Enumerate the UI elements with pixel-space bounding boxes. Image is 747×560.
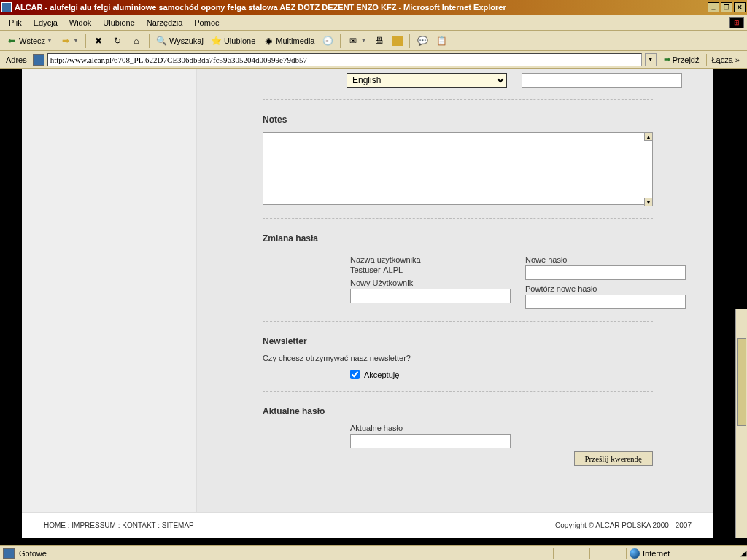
newpass-label: Nowe hasło [525,255,686,264]
stop-button[interactable]: ✖ [90,33,107,49]
newuser-label: Nowy Użytkownik [350,279,511,287]
page: English Notes ▲ ▼ Zmiana hasła Nazwa uż [22,69,713,538]
minimize-button[interactable]: _ [708,2,719,12]
stop-icon: ✖ [93,35,104,47]
arrow-left-icon: ⬅ [6,35,18,47]
back-button[interactable]: ⬅Wstecz▼ [3,33,55,49]
refresh-button[interactable]: ↻ [109,33,126,49]
window-titlebar: ALCAR - alufelgi alu felgi aluminiowe sa… [0,0,747,15]
windows-logo-icon: ⊞ [729,17,744,28]
search-button[interactable]: 🔍Wyszukaj [153,33,206,49]
close-button[interactable]: ✕ [734,2,746,12]
footer-links[interactable]: HOME : IMPRESSUM : KONTAKT : SITEMAP [44,521,194,529]
media-button[interactable]: ◉Multimedia [260,33,317,49]
edit-icon [392,36,403,46]
toolbar: ⬅Wstecz▼ ➡▼ ✖ ↻ ⌂ 🔍Wyszukaj ⭐Ulubione ◉M… [0,31,747,51]
footer-copyright: Copyright © ALCAR POLSKA 2000 - 2007 [555,521,692,529]
accept-checkbox[interactable] [350,370,360,379]
ie-icon [1,2,12,12]
zone-pane: Internet [626,548,735,559]
go-icon: ➡ [664,55,670,64]
resize-grip[interactable]: ◢ [735,548,747,559]
forward-button[interactable]: ➡▼ [57,33,82,49]
divider [263,218,653,219]
addressbar: Adres http://www.alcar.pl/6708_PL.622D7C… [0,51,747,69]
history-icon: 🕘 [322,35,333,47]
favorites-button[interactable]: ⭐Ulubione [208,33,258,49]
newsletter-question: Czy chcesz otrzymywać nasz newsletter? [263,354,653,362]
menu-pomoc[interactable]: Pomoc [188,17,225,28]
home-button[interactable]: ⌂ [128,33,145,49]
vertical-scrollbar[interactable] [735,309,747,538]
status-pane [589,548,626,559]
maximize-button[interactable]: ❐ [721,2,732,12]
links-bar[interactable]: Łącza » [706,54,744,66]
menu-ulubione[interactable]: Ulubione [97,17,140,28]
refresh-icon: ↻ [112,35,123,47]
username-label: Nazwa użytkownika [350,255,511,264]
notes-heading: Notes [263,114,653,125]
repeatpass-input[interactable] [525,295,686,309]
go-button[interactable]: ➡Przejdź [659,53,704,66]
newpass-input[interactable] [525,265,686,280]
currentpass-input[interactable] [350,434,511,448]
password-change-heading: Zmiana hasła [263,233,653,244]
sidebar [22,69,197,512]
menu-plik[interactable]: Plik [3,17,28,28]
currentpass-heading: Aktualne hasło [263,406,653,416]
statusbar: Gotowe Internet ◢ [0,545,747,560]
currentpass-label: Aktualne hasło [350,424,653,432]
main-content: English Notes ▲ ▼ Zmiana hasła Nazwa uż [201,69,711,512]
divider [263,99,653,100]
url-field[interactable]: http://www.alcar.pl/6708_PL.622D7CE306db… [47,53,642,66]
language-select[interactable]: English [347,73,507,88]
scroll-down-icon[interactable]: ▼ [644,198,653,206]
repeatpass-label: Powtórz nowe hasło [525,284,686,293]
scrollbar-thumb[interactable] [737,338,746,426]
discuss-button[interactable]: 💬 [414,33,431,49]
menubar: Plik Edycja Widok Ulubione Narzędzia Pom… [0,15,747,31]
search-icon: 🔍 [156,35,168,47]
status-text: Gotowe [18,549,553,558]
divider [263,321,653,322]
newuser-input[interactable] [350,289,511,303]
submit-button[interactable]: Prześlij kwerendę [574,451,654,466]
mail-button[interactable]: ✉▼ [344,33,369,49]
content-viewport: English Notes ▲ ▼ Zmiana hasła Nazwa uż [0,69,747,538]
menu-narzedzia[interactable]: Narzędzia [141,17,189,28]
notes-textarea[interactable] [263,132,653,205]
research-icon: 📋 [436,35,447,47]
username-value: Testuser-ALPL [350,265,511,274]
mail-icon: ✉ [347,35,359,47]
url-dropdown[interactable]: ▼ [645,53,657,66]
media-icon: ◉ [263,35,274,47]
top-right-input[interactable] [522,73,682,88]
discuss-icon: 💬 [417,35,428,47]
page-footer: HOME : IMPRESSUM : KONTAKT : SITEMAP Cop… [22,512,713,538]
address-label: Adres [3,55,30,64]
research-button[interactable]: 📋 [433,33,450,49]
menu-widok[interactable]: Widok [63,17,98,28]
status-pane [553,548,589,559]
ie-icon [3,548,15,559]
globe-icon [630,548,640,559]
divider [263,391,653,392]
window-title: ALCAR - alufelgi alu felgi aluminiowe sa… [15,3,706,12]
zone-label: Internet [643,549,670,558]
arrow-right-icon: ➡ [60,35,71,47]
newsletter-heading: Newsletter [263,336,653,346]
accept-label: Akceptuję [364,370,399,379]
star-icon: ⭐ [211,35,222,47]
print-icon: 🖶 [374,35,385,47]
home-icon: ⌂ [131,35,142,47]
edit-button[interactable] [390,33,406,49]
page-icon [33,54,44,66]
history-button[interactable]: 🕘 [319,33,336,49]
menu-edycja[interactable]: Edycja [28,17,63,28]
print-button[interactable]: 🖶 [371,33,388,49]
scroll-up-icon[interactable]: ▲ [644,132,653,141]
